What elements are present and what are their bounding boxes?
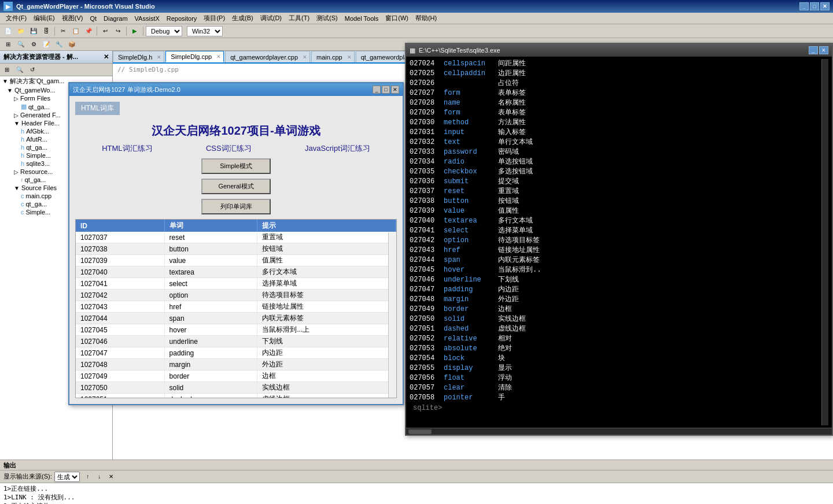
save-btn[interactable]: 💾	[28, 26, 39, 36]
tb2-btn6[interactable]: 📦	[66, 39, 78, 50]
tb2-btn3[interactable]: ⚙	[28, 39, 39, 50]
t-word: href	[444, 246, 496, 255]
game-close-btn[interactable]: ✕	[391, 86, 399, 94]
debug-config-dropdown[interactable]: Debug	[146, 26, 182, 36]
sol-tb1[interactable]: ⊞	[1, 65, 13, 75]
menu-modeltools[interactable]: Model Tools	[341, 14, 382, 23]
cut-btn[interactable]: ✂	[57, 26, 69, 36]
table-row[interactable]: 1027047padding内边距	[76, 347, 396, 359]
table-row[interactable]: 1027051dashed虚线边框	[76, 394, 396, 399]
terminal-vscrollbar[interactable]	[821, 59, 828, 425]
t-id: 027041	[410, 226, 441, 236]
sol-close-btn[interactable]: ✕	[104, 53, 109, 61]
tb2-btn5[interactable]: 🔧	[53, 39, 65, 50]
tb2-btn1[interactable]: ⊞	[2, 39, 14, 50]
table-row[interactable]: 1027042option待选项目标签	[76, 290, 396, 301]
undo-btn[interactable]: ↩	[99, 26, 111, 36]
terminal-row: 027027form表单标签	[410, 88, 817, 98]
menu-project[interactable]: 项目(P)	[200, 13, 228, 24]
table-row[interactable]: 1027050solid实线边框	[76, 382, 396, 394]
t-id: 027058	[410, 393, 441, 403]
close-btn[interactable]: ✕	[820, 2, 830, 10]
new-file-btn[interactable]: 📄	[2, 26, 14, 36]
table-row[interactable]: 1027040textarea多行文本域	[76, 266, 396, 278]
terminal-hscrollbar[interactable]	[406, 428, 832, 435]
game-general-btn[interactable]: General模式	[201, 179, 271, 194]
tab-simpleDlg-cpp[interactable]: SimpleDlg.cpp ✕	[165, 51, 224, 62]
menu-diagram[interactable]: Diagram	[100, 14, 131, 23]
run-btn[interactable]: ▶	[129, 26, 141, 36]
game-nav-html[interactable]: HTML词汇练习	[102, 143, 152, 154]
game-print-btn[interactable]: 列印单词库	[201, 199, 271, 214]
table-row[interactable]: 1027048margin外边距	[76, 359, 396, 370]
terminal-row: 027038button按钮域	[410, 197, 817, 206]
t-meaning: 密码域	[498, 147, 519, 157]
t-meaning: 清除	[498, 383, 512, 393]
game-scrollbar[interactable]	[388, 232, 396, 398]
table-cell-2: 外边距	[257, 359, 396, 370]
game-nav-js[interactable]: JavaScript词汇练习	[305, 143, 370, 154]
menu-vassistx[interactable]: VAssistX	[131, 14, 163, 23]
copy-btn[interactable]: 📋	[70, 26, 82, 36]
open-btn[interactable]: 📁	[15, 26, 27, 36]
output-line-1: 1>正在链接...	[3, 484, 830, 493]
menu-view[interactable]: 视图(V)	[58, 13, 87, 24]
game-minimize-btn[interactable]: _	[373, 86, 381, 94]
table-row[interactable]: 1027038button按钮域	[76, 243, 396, 255]
table-row[interactable]: 1027044span内联元素标签	[76, 313, 396, 324]
tab-simpleDlg-h[interactable]: SimpleDlg.h ✕	[113, 51, 164, 62]
output-line-2: 1>LINK : 没有找到...	[3, 493, 830, 502]
tb2-btn2[interactable]: 🔍	[15, 39, 27, 50]
table-row[interactable]: 1027041select选择菜单域	[76, 278, 396, 290]
maximize-btn[interactable]: □	[810, 2, 819, 10]
t-id: 027056	[410, 373, 441, 383]
term-minimize-btn[interactable]: _	[809, 46, 818, 54]
table-row[interactable]: 1027043href链接地址属性	[76, 301, 396, 313]
terminal-prompt[interactable]: sqlite>	[410, 403, 817, 413]
paste-btn[interactable]: 📌	[83, 26, 94, 36]
table-row[interactable]: 1027046underline下划线	[76, 336, 396, 347]
table-cell-0: 1027038	[76, 243, 164, 255]
table-row[interactable]: 1027049border边框	[76, 370, 396, 382]
tab-main-cpp[interactable]: main.cpp ✕	[311, 51, 355, 62]
sol-tb2[interactable]: 🔍	[14, 65, 25, 75]
t-word: reset	[444, 187, 496, 197]
menu-tools[interactable]: 工具(T)	[285, 13, 313, 24]
table-row[interactable]: 1027037reset重置域	[76, 232, 396, 243]
redo-btn[interactable]: ↪	[112, 26, 124, 36]
game-simple-btn[interactable]: Simple模式	[201, 158, 271, 174]
menu-test[interactable]: 测试(S)	[313, 13, 341, 24]
platform-dropdown[interactable]: Win32	[187, 26, 223, 36]
table-cell-0: 1027039	[76, 255, 164, 266]
menu-window[interactable]: 窗口(W)	[382, 13, 412, 24]
menu-build[interactable]: 生成(B)	[228, 13, 257, 24]
table-cell-0: 1027044	[76, 313, 164, 324]
table-row[interactable]: 1027039value值属性	[76, 255, 396, 266]
output-tb1[interactable]: ↑	[82, 472, 94, 482]
game-nav-css[interactable]: CSS词汇练习	[206, 143, 252, 154]
tab-close-4[interactable]: ✕	[347, 54, 352, 60]
terminal-row: 027033password密码域	[410, 147, 817, 157]
table-row[interactable]: 1027045hover当鼠标滑到...上	[76, 324, 396, 336]
menu-repository[interactable]: Repository	[163, 14, 201, 23]
output-tb2[interactable]: ↓	[94, 472, 105, 482]
t-meaning: 实线边框	[498, 314, 526, 324]
output-tb3[interactable]: ✕	[105, 472, 117, 482]
menu-edit[interactable]: 编辑(E)	[30, 13, 58, 24]
tab-close-3[interactable]: ✕	[303, 54, 307, 60]
menu-debug[interactable]: 调试(D)	[257, 13, 285, 24]
tb2-btn4[interactable]: 📝	[40, 39, 52, 50]
save-all-btn[interactable]: 🗄	[40, 26, 52, 36]
tab-close-1[interactable]: ✕	[157, 54, 161, 60]
menu-help[interactable]: 帮助(H)	[412, 13, 440, 24]
table-cell-1: option	[164, 290, 257, 301]
sol-tb3[interactable]: ↺	[27, 65, 38, 75]
term-close-btn[interactable]: ✕	[819, 46, 828, 54]
output-source-select[interactable]: 生成	[54, 472, 80, 482]
tab-close-2[interactable]: ✕	[216, 54, 221, 60]
minimize-btn[interactable]: _	[799, 2, 809, 10]
menu-file[interactable]: 文件(F)	[2, 13, 30, 24]
menu-qt[interactable]: Qt	[86, 14, 100, 23]
game-maximize-btn[interactable]: □	[382, 86, 390, 94]
tab-qt-cpp[interactable]: qt_gamewordplayer.cpp ✕	[225, 51, 310, 62]
